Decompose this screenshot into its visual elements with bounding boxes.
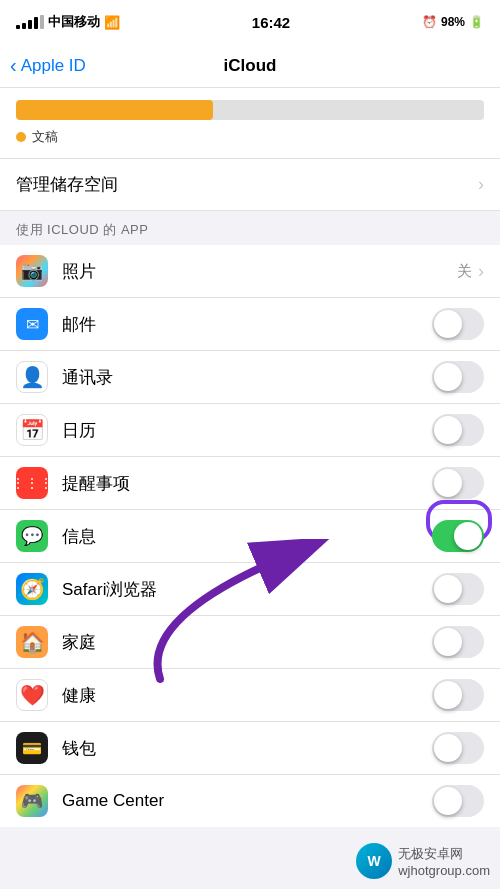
contacts-icon: 👤 <box>16 361 48 393</box>
toggle-knob <box>434 416 462 444</box>
watermark-logo: W <box>356 843 392 879</box>
page-title: iCloud <box>224 56 277 76</box>
back-label: Apple ID <box>21 56 86 76</box>
status-time: 16:42 <box>252 14 290 31</box>
manage-storage-chevron-icon: › <box>478 174 484 195</box>
back-button[interactable]: ‹ Apple ID <box>10 56 86 76</box>
section-header: 使用 ICLOUD 的 APP <box>0 211 500 245</box>
reminders-icon: ⋮⋮⋮ <box>16 467 48 499</box>
reminders-label: 提醒事项 <box>62 472 432 495</box>
mail-label: 邮件 <box>62 313 432 336</box>
mail-icon: ✉ <box>16 308 48 340</box>
manage-storage-label: 管理储存空间 <box>16 173 118 196</box>
health-toggle[interactable] <box>432 679 484 711</box>
battery-label: 98% <box>441 15 465 29</box>
safari-label: Safari浏览器 <box>62 578 432 601</box>
list-item[interactable]: 🎮 Game Center <box>0 775 500 827</box>
photos-status: 关 <box>457 262 472 281</box>
carrier-label: 中国移动 <box>48 13 100 31</box>
nav-bar: ‹ Apple ID iCloud <box>0 44 500 88</box>
toggle-knob <box>434 681 462 709</box>
gamecenter-label: Game Center <box>62 791 432 811</box>
list-item[interactable]: ✉ 邮件 <box>0 298 500 351</box>
status-right: ⏰ 98% 🔋 <box>422 15 484 29</box>
gamecenter-toggle[interactable] <box>432 785 484 817</box>
watermark: W 无极安卓网wjhotgroup.com <box>356 843 490 879</box>
messages-list-item[interactable]: 💬 信息 <box>0 510 500 563</box>
calendar-icon: 📅 <box>16 414 48 446</box>
toggle-knob <box>434 787 462 815</box>
messages-toggle[interactable] <box>432 520 484 552</box>
safari-toggle[interactable] <box>432 573 484 605</box>
battery-icon: 🔋 <box>469 15 484 29</box>
toggle-knob <box>454 522 482 550</box>
storage-legend-label: 文稿 <box>32 128 58 146</box>
storage-bar-fill <box>16 100 213 120</box>
storage-dot-icon <box>16 132 26 142</box>
list-item[interactable]: 💳 钱包 <box>0 722 500 775</box>
photos-right: 关 › <box>457 261 484 282</box>
list-item[interactable]: 📅 日历 <box>0 404 500 457</box>
wifi-icon: 📶 <box>104 15 120 30</box>
list-item[interactable]: ⋮⋮⋮ 提醒事项 <box>0 457 500 510</box>
toggle-knob <box>434 575 462 603</box>
status-left: 中国移动 📶 <box>16 13 120 31</box>
toggle-knob <box>434 363 462 391</box>
storage-bar-container <box>16 100 484 120</box>
photos-chevron-icon: › <box>478 261 484 282</box>
signal-icon <box>16 15 44 29</box>
toggle-knob <box>434 628 462 656</box>
alarm-icon: ⏰ <box>422 15 437 29</box>
contacts-label: 通讯录 <box>62 366 432 389</box>
settings-list: 📷 照片 关 › ✉ 邮件 👤 通讯录 📅 日历 ⋮⋮⋮ 提醒事项 <box>0 245 500 827</box>
photos-label: 照片 <box>62 260 457 283</box>
calendar-toggle[interactable] <box>432 414 484 446</box>
messages-label: 信息 <box>62 525 432 548</box>
list-item[interactable]: ❤️ 健康 <box>0 669 500 722</box>
storage-legend: 文稿 <box>16 128 484 146</box>
status-bar: 中国移动 📶 16:42 ⏰ 98% 🔋 <box>0 0 500 44</box>
mail-toggle[interactable] <box>432 308 484 340</box>
toggle-knob <box>434 734 462 762</box>
list-item[interactable]: 📷 照片 关 › <box>0 245 500 298</box>
back-chevron-icon: ‹ <box>10 55 17 75</box>
watermark-text: 无极安卓网wjhotgroup.com <box>398 845 490 878</box>
gamecenter-icon: 🎮 <box>16 785 48 817</box>
safari-icon: 🧭 <box>16 573 48 605</box>
home-label: 家庭 <box>62 631 432 654</box>
wallet-icon: 💳 <box>16 732 48 764</box>
home-icon: 🏠 <box>16 626 48 658</box>
toggle-knob <box>434 469 462 497</box>
health-icon: ❤️ <box>16 679 48 711</box>
messages-icon: 💬 <box>16 520 48 552</box>
storage-section: 文稿 <box>0 88 500 158</box>
list-item[interactable]: 👤 通讯录 <box>0 351 500 404</box>
calendar-label: 日历 <box>62 419 432 442</box>
manage-storage-row[interactable]: 管理储存空间 › <box>0 158 500 211</box>
photos-icon: 📷 <box>16 255 48 287</box>
health-label: 健康 <box>62 684 432 707</box>
contacts-toggle[interactable] <box>432 361 484 393</box>
home-toggle[interactable] <box>432 626 484 658</box>
toggle-knob <box>434 310 462 338</box>
list-item[interactable]: 🧭 Safari浏览器 <box>0 563 500 616</box>
wallet-label: 钱包 <box>62 737 432 760</box>
reminders-toggle[interactable] <box>432 467 484 499</box>
wallet-toggle[interactable] <box>432 732 484 764</box>
list-item[interactable]: 🏠 家庭 <box>0 616 500 669</box>
